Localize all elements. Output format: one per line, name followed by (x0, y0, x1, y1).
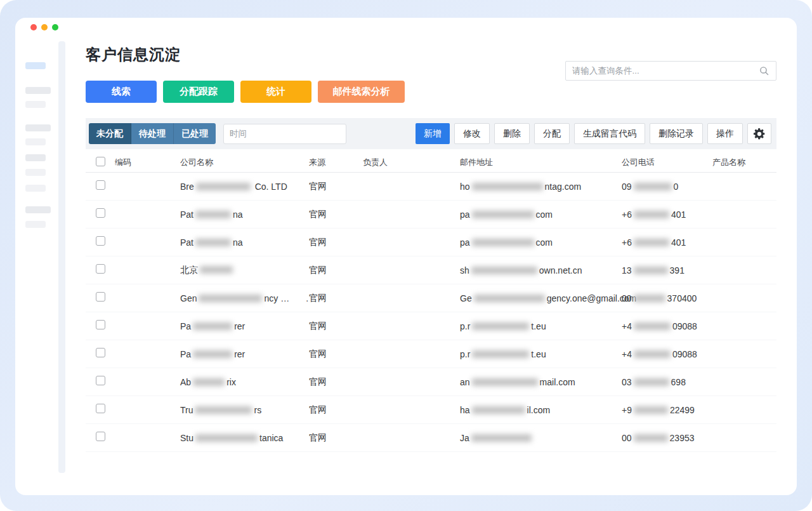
cell-text: 09088 (672, 349, 697, 359)
row-checkbox[interactable] (96, 376, 105, 385)
nav-button-leads[interactable]: 线索 (86, 81, 157, 103)
cell-text: 698 (671, 377, 686, 387)
redacted-text (472, 211, 534, 218)
leads-table: 编码公司名称来源负责人邮件地址公司电话产品名称 Bre Co. LTD官网hon… (86, 152, 776, 452)
cell-source: 官网 (309, 265, 363, 276)
table-row[interactable]: Trurs官网hail.com+922499 (86, 396, 776, 424)
gear-icon (753, 128, 766, 140)
row-checkbox[interactable] (96, 264, 105, 274)
app-frame: 客户信息沉淀 线索分配跟踪统计邮件线索分析 未分配待处理已处理 (0, 0, 812, 511)
redacted-text (472, 239, 534, 246)
nav-button-email-analysis[interactable]: 邮件线索分析 (318, 81, 405, 103)
sidebar-skeleton-item (25, 124, 51, 131)
nav-button-assign-track[interactable]: 分配跟踪 (163, 81, 234, 103)
cell-text: ncy … (264, 293, 289, 303)
table-row[interactable]: Stutanica官网Ja0023953 (86, 424, 776, 452)
sidebar-skeleton-item (25, 138, 46, 145)
table-row[interactable]: Bre Co. LTD官网hontag.com090 (86, 173, 776, 201)
table-row[interactable]: Genncy ….官网Gegency.one@gmail.com00370400 (86, 284, 776, 312)
tab-processed[interactable]: 已处理 (174, 123, 216, 144)
row-checkbox[interactable] (96, 208, 105, 218)
redacted-text (634, 406, 668, 414)
redacted-text (474, 295, 545, 302)
row-checkbox[interactable] (96, 348, 105, 357)
cell-email: Ja (460, 433, 622, 443)
redacted-text (195, 211, 231, 218)
cell-text: Pa (180, 349, 191, 359)
action-buttons: 新增修改删除分配生成留言代码删除记录操作 (416, 123, 771, 144)
sidebar-skeleton-item-active (25, 62, 46, 69)
cell-text: 23953 (670, 433, 695, 443)
search-input[interactable] (572, 66, 759, 76)
delete-record-button[interactable]: 删除记录 (650, 123, 703, 144)
cell-text: 391 (670, 265, 684, 275)
cell-text: an (460, 377, 470, 387)
row-checkbox[interactable] (96, 180, 105, 190)
generate-message-code-button[interactable]: 生成留言代码 (574, 123, 645, 144)
add-button[interactable]: 新增 (416, 123, 450, 144)
tab-pending[interactable]: 待处理 (131, 123, 174, 144)
cell-text: com (536, 209, 553, 220)
cell-source: 官网 (309, 293, 363, 304)
traffic-light-minimize[interactable] (41, 24, 48, 30)
cell-company: Bre Co. LTD (180, 182, 309, 192)
delete-button[interactable]: 删除 (494, 123, 530, 144)
cell-text: rs (254, 405, 261, 415)
redacted-text (195, 239, 231, 246)
redacted-text (634, 434, 668, 442)
column-header-4: 邮件地址 (460, 157, 622, 168)
cell-email: hail.com (460, 405, 622, 415)
row-checkbox[interactable] (96, 404, 105, 413)
traffic-light-close[interactable] (30, 24, 37, 30)
tab-unassigned[interactable]: 未分配 (89, 123, 131, 144)
table-row[interactable]: Patna官网pacom+6401 (86, 201, 776, 229)
table-row[interactable]: Parer官网p.rt.eu+409088 (86, 312, 776, 340)
row-checkbox[interactable] (96, 292, 105, 302)
redacted-text (634, 378, 669, 386)
select-all-checkbox[interactable] (96, 157, 105, 166)
redacted-text (634, 295, 665, 302)
nav-buttons: 线索分配跟踪统计邮件线索分析 (86, 81, 405, 103)
cell-text: 00 (622, 293, 632, 303)
cell-text: Pa (180, 321, 191, 331)
sidebar-skeleton-item (25, 221, 46, 228)
redacted-text (472, 406, 525, 414)
cell-text: Tru (180, 405, 193, 415)
cell-phone: 0023953 (622, 433, 712, 443)
sidebar-divider (58, 41, 65, 473)
traffic-light-zoom[interactable] (52, 24, 58, 30)
cell-company: Trurs (180, 405, 309, 415)
table-body: Bre Co. LTD官网hontag.com090Patna官网pacom+6… (86, 173, 776, 452)
cell-email: Gegency.one@gmail.com (460, 293, 622, 303)
search-icon[interactable] (759, 65, 769, 76)
redacted-text (193, 378, 225, 386)
column-header-6: 产品名称 (712, 157, 776, 168)
cell-text: 370400 (667, 293, 697, 303)
status-tabs: 未分配待处理已处理 (89, 123, 216, 144)
cell-company: Parer (180, 321, 309, 331)
table-row[interactable]: Abrix官网anmail.com03698 (86, 368, 776, 396)
redacted-text (471, 267, 537, 274)
row-checkbox[interactable] (96, 320, 105, 329)
cell-source: 官网 (309, 376, 363, 388)
cell-text: own.net.cn (539, 265, 582, 275)
filter-toolbar: 未分配待处理已处理 新增修改删除分配生成留言代码删除记录操作 (86, 118, 776, 149)
row-checkbox[interactable] (96, 236, 105, 246)
cell-text: 401 (671, 237, 686, 248)
row-checkbox[interactable] (96, 432, 105, 441)
settings-button[interactable] (747, 123, 771, 144)
table-row[interactable]: Parer官网p.rt.eu+409088 (86, 340, 776, 368)
browser-window: 客户信息沉淀 线索分配跟踪统计邮件线索分析 未分配待处理已处理 (15, 18, 797, 495)
table-row[interactable]: Patna官网pacom+6401 (86, 229, 776, 256)
edit-button[interactable]: 修改 (454, 123, 490, 144)
nav-button-stats[interactable]: 统计 (240, 81, 311, 103)
cell-source: 官网 (309, 209, 363, 220)
cell-text: ntag.com (545, 182, 582, 192)
operation-button[interactable]: 操作 (707, 123, 743, 144)
cell-email: pacom (460, 237, 622, 248)
date-filter[interactable] (223, 124, 346, 144)
assign-button[interactable]: 分配 (534, 123, 570, 144)
table-row[interactable]: 北京官网shown.net.cn13391 (86, 256, 776, 284)
column-header-2: 来源 (309, 157, 363, 168)
date-input[interactable] (230, 129, 342, 138)
